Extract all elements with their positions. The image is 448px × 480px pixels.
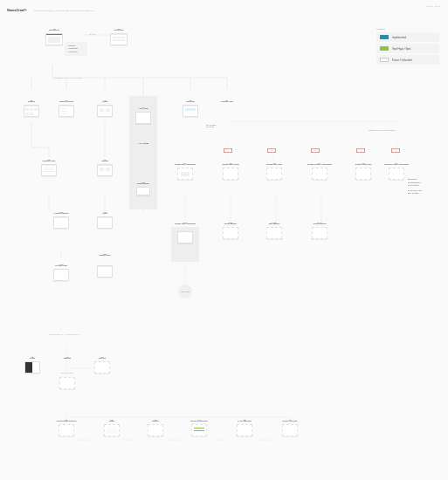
node-create-writing: 6.4Create Writing Assignment <box>304 162 335 180</box>
legend-implemented: Implemented <box>376 32 439 42</box>
node-search-results: 3.1Search Results <box>52 99 80 117</box>
node-social-list <box>93 265 117 278</box>
node-publish-content: 3.2.1Publish Content <box>47 211 75 229</box>
node-create-pitch: 6.5Create Pitch/Plan <box>349 162 377 180</box>
connector-lines <box>0 12 448 480</box>
legend-panel: Legend Implemented Sept Hypo / Spec Futu… <box>376 28 439 66</box>
node-add-asset-image: 4.1.1 Image <box>131 143 155 147</box>
mini-tag-5 <box>391 148 400 153</box>
node-settings: 7.0SettingsParallel Site Exists <box>54 356 80 389</box>
node-task-details: 6.3.1Task Details <box>260 222 288 239</box>
node-add-asset: 4.1Add Asset <box>131 106 155 124</box>
legend-future: Future / Unfunded <box>376 55 439 65</box>
section-sidebar-nav: SIDEBAR NAVIGATION <box>54 77 82 79</box>
node-org-settings: 7.1Organization Settings <box>49 419 84 436</box>
node-logout: 8.0Log Out <box>91 356 114 374</box>
node-campaign: 2.0 Campaign <box>105 28 133 45</box>
mini-tag-4 <box>356 148 365 153</box>
node-event-details: 6.2.1Event Details <box>217 222 245 239</box>
node-create-campaign: 6.1Create New Campaign <box>171 162 199 180</box>
thumb-dashboard <box>45 33 63 45</box>
node-content-piece: 3.2Content Piece <box>37 159 61 176</box>
node-cms-channels: 7.5CMS Channels <box>231 419 258 436</box>
node-calendar: 5.0Calendar <box>178 99 203 117</box>
node-custom-view: 5.1Custom View <box>215 99 239 105</box>
node-social-accounts: 7.6Social Accounts <box>274 419 306 436</box>
doc-header: NewsCred® CORPORATE MARKETING CLOUD SITE… <box>0 0 448 12</box>
logo: NewsCred® <box>7 8 27 12</box>
node-freeform: 6.6Freeform Task Assignment <box>381 162 412 180</box>
node-campaign-detail: 6.1.1Create New Campaign <box>171 222 199 243</box>
node-tasks-workflows: 7.4Tasks & Workflows <box>183 419 215 436</box>
node-public: 0.0Public <box>21 356 44 374</box>
node-add-more: Add More? <box>178 285 192 298</box>
doc-date: SEPT 2016 <box>426 5 441 8</box>
decides-list: Decides to: 6.0 Dashboard 6.1 Calendar 6… <box>408 178 439 195</box>
custom-subs: 5.1.1 Week5.1.2 List <box>206 124 216 127</box>
node-assets: 4.0Assets <box>93 99 117 117</box>
node-writing-details: 6.4.1Writing Details <box>304 222 335 239</box>
section-secondary: SECONDARY PERSONAS <box>49 333 80 335</box>
node-images: 4.2Images <box>93 159 117 176</box>
node-create-task: 6.3Create New Task <box>260 162 288 180</box>
node-dragdrop: 4.2.1Drag & Drop <box>131 182 155 195</box>
mini-tag-1 <box>224 148 232 153</box>
node-preview-post: 3.2.2Preview Post <box>47 264 75 281</box>
node-search2: 7.3Search <box>143 419 168 436</box>
legend-sept-hypo: Sept Hypo / Spec <box>376 44 439 53</box>
dashboard-notes: Includes: • Snapshot • Overview <box>65 42 87 56</box>
mini-tag-3 <box>311 148 320 153</box>
node-create-event: 6.2Create New Event <box>217 162 245 180</box>
node-share: 7.2Share <box>100 419 124 436</box>
sitemap-canvas: Legend Implemented Sept Hypo / Spec Futu… <box>0 12 448 480</box>
small-note: Calendar view can expand to show... <box>363 129 402 131</box>
mini-tag-2 <box>267 148 276 153</box>
node-video: 4.3Video <box>93 211 117 229</box>
connector-label-1-2: 1 → 2 <box>90 33 95 35</box>
node-social-posts: 3.2.3Social Posts <box>93 253 117 258</box>
thumb-campaign <box>110 33 128 45</box>
node-content: 3.0Content <box>19 99 44 117</box>
legend-title: Legend <box>376 28 439 31</box>
